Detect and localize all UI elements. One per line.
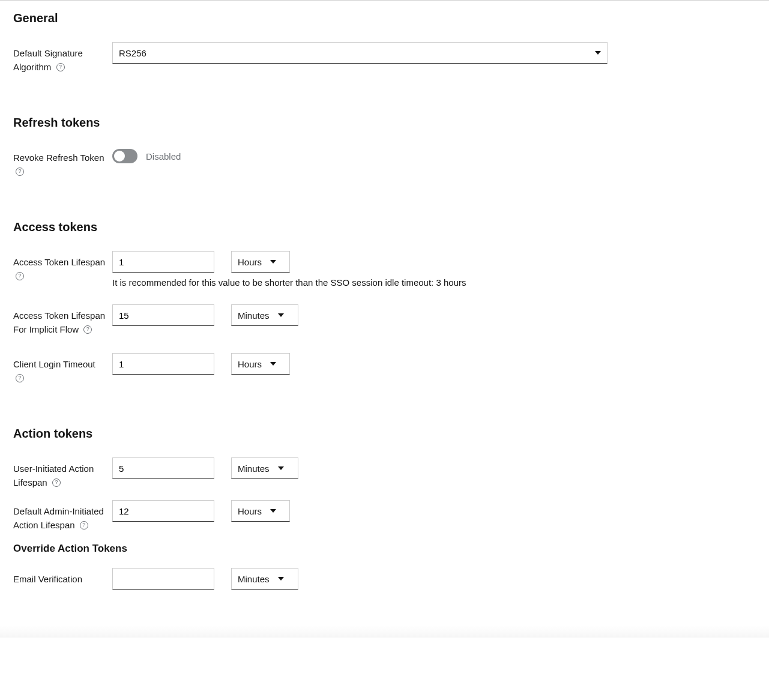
section-title-access-tokens: Access tokens	[13, 220, 756, 234]
section-access-tokens: Access tokens Access Token Lifespan ? Ho…	[13, 220, 756, 385]
label-text: Client Login Timeout	[13, 359, 95, 369]
toggle-status-label: Disabled	[146, 151, 181, 161]
caret-down-icon	[278, 577, 284, 581]
subheading-override-action-tokens: Override Action Tokens	[13, 543, 756, 555]
row-email-verification: Email Verification Minutes	[13, 568, 756, 590]
label-email-verification: Email Verification	[13, 568, 112, 587]
section-refresh-tokens: Refresh tokens Revoke Refresh Token ? Di…	[13, 116, 756, 178]
select-admin-initiated-action-lifespan-unit[interactable]: Hours	[231, 500, 290, 522]
bottom-fade	[0, 626, 769, 638]
input-access-token-lifespan[interactable]	[112, 251, 214, 273]
help-icon[interactable]: ?	[52, 478, 61, 487]
help-icon[interactable]: ?	[80, 521, 88, 530]
select-value: Minutes	[238, 574, 270, 584]
row-revoke-refresh-token: Revoke Refresh Token ? Disabled	[13, 146, 756, 178]
help-icon[interactable]: ?	[16, 272, 24, 280]
field-email-verification: Minutes	[112, 568, 608, 590]
select-value: RS256	[119, 48, 146, 58]
row-access-token-lifespan: Access Token Lifespan ? Hours It is reco…	[13, 251, 756, 288]
label-access-token-lifespan-implicit: Access Token Lifespan For Implicit Flow …	[13, 304, 112, 336]
label-text: Revoke Refresh Token	[13, 152, 104, 163]
select-value: Hours	[238, 506, 262, 516]
label-default-signature-algorithm: Default Signature Algorithm ?	[13, 42, 112, 74]
hint-access-token-lifespan: It is recommended for this value to be s…	[112, 277, 608, 288]
select-access-token-lifespan-implicit-unit[interactable]: Minutes	[231, 304, 298, 326]
select-value: Minutes	[238, 463, 270, 474]
field-access-token-lifespan-implicit: Minutes	[112, 304, 608, 326]
row-admin-initiated-action-lifespan: Default Admin-Initiated Action Lifespan …	[13, 500, 756, 532]
select-client-login-timeout-unit[interactable]: Hours	[231, 353, 290, 375]
help-icon[interactable]: ?	[16, 167, 24, 176]
select-default-signature-algorithm[interactable]: RS256	[112, 42, 608, 64]
select-user-initiated-action-lifespan-unit[interactable]: Minutes	[231, 457, 298, 479]
field-access-token-lifespan: Hours It is recommended for this value t…	[112, 251, 608, 288]
field-client-login-timeout: Hours	[112, 353, 608, 375]
select-value: Minutes	[238, 310, 270, 321]
section-action-tokens: Action tokens User-Initiated Action Life…	[13, 427, 756, 590]
label-admin-initiated-action-lifespan: Default Admin-Initiated Action Lifespan …	[13, 500, 112, 532]
label-client-login-timeout: Client Login Timeout ?	[13, 353, 112, 385]
label-text: Default Signature Algorithm	[13, 48, 83, 72]
select-access-token-lifespan-unit[interactable]: Hours	[231, 251, 290, 273]
field-default-signature-algorithm: RS256	[112, 42, 608, 64]
caret-down-icon	[270, 362, 276, 366]
caret-down-icon	[278, 313, 284, 317]
help-icon[interactable]: ?	[83, 325, 92, 334]
row-user-initiated-action-lifespan: User-Initiated Action Lifespan ? Minutes	[13, 457, 756, 489]
settings-form: General Default Signature Algorithm ? RS…	[0, 0, 769, 638]
input-client-login-timeout[interactable]	[112, 353, 214, 375]
field-revoke-refresh-token: Disabled	[112, 146, 608, 163]
label-revoke-refresh-token: Revoke Refresh Token ?	[13, 146, 112, 178]
section-title-refresh-tokens: Refresh tokens	[13, 116, 756, 130]
label-text: Email Verification	[13, 574, 82, 584]
field-admin-initiated-action-lifespan: Hours	[112, 500, 608, 522]
row-access-token-lifespan-implicit: Access Token Lifespan For Implicit Flow …	[13, 304, 756, 336]
input-admin-initiated-action-lifespan[interactable]	[112, 500, 214, 522]
section-title-action-tokens: Action tokens	[13, 427, 756, 441]
label-user-initiated-action-lifespan: User-Initiated Action Lifespan ?	[13, 457, 112, 489]
caret-down-icon	[270, 509, 276, 513]
label-text: Default Admin-Initiated Action Lifespan	[13, 506, 104, 530]
label-access-token-lifespan: Access Token Lifespan ?	[13, 251, 112, 283]
select-value: Hours	[238, 359, 262, 369]
help-icon[interactable]: ?	[16, 374, 24, 382]
help-icon[interactable]: ?	[56, 63, 65, 71]
label-text: Access Token Lifespan	[13, 257, 105, 267]
select-value: Hours	[238, 257, 262, 267]
row-default-signature-algorithm: Default Signature Algorithm ? RS256	[13, 42, 756, 74]
input-access-token-lifespan-implicit[interactable]	[112, 304, 214, 326]
caret-down-icon	[278, 466, 284, 470]
input-email-verification[interactable]	[112, 568, 214, 590]
caret-down-icon	[270, 260, 276, 264]
section-general: General Default Signature Algorithm ? RS…	[13, 11, 756, 74]
row-client-login-timeout: Client Login Timeout ? Hours	[13, 353, 756, 385]
caret-down-icon	[595, 51, 601, 55]
select-email-verification-unit[interactable]: Minutes	[231, 568, 298, 590]
section-title-general: General	[13, 11, 756, 25]
toggle-knob	[114, 151, 125, 161]
field-user-initiated-action-lifespan: Minutes	[112, 457, 608, 479]
input-user-initiated-action-lifespan[interactable]	[112, 457, 214, 479]
toggle-revoke-refresh-token[interactable]	[112, 149, 137, 163]
